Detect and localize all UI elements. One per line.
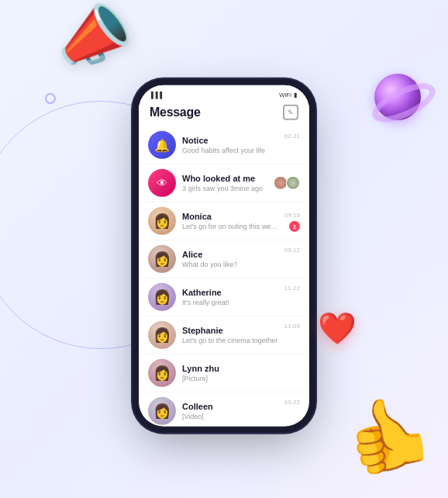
compose-icon: ✎ bbox=[288, 109, 294, 116]
avatar: 👩 bbox=[148, 397, 176, 425]
contact-name: Colleen bbox=[182, 402, 278, 411]
message-content: Lynn zhu [Picture] bbox=[182, 364, 300, 382]
contact-name: Lynn zhu bbox=[182, 364, 300, 373]
message-time: 02-21 bbox=[284, 133, 300, 140]
message-content: Who looked at me 3 girls saw you 3mine a… bbox=[182, 174, 267, 192]
status-bar: ▌▌▌ WiFi ▮ bbox=[139, 85, 309, 102]
megaphone-decoration: 📣 bbox=[47, 0, 140, 81]
message-preview: What do you like? bbox=[182, 261, 278, 268]
message-preview: [Video] bbox=[182, 413, 278, 420]
avatar: 👩 bbox=[148, 321, 176, 349]
contact-name: Monica bbox=[182, 212, 278, 221]
status-icons: WiFi ▮ bbox=[279, 92, 297, 99]
message-content: Monica Let's go for on outing this weeke… bbox=[182, 212, 278, 230]
battery-icon: ▮ bbox=[294, 92, 297, 99]
message-time: 11-22 bbox=[284, 285, 300, 292]
list-item[interactable]: 👩 Lynn zhu [Picture] bbox=[139, 354, 309, 393]
contact-name: Who looked at me bbox=[182, 174, 267, 183]
avatar: 🔔 bbox=[148, 131, 176, 159]
planet-decoration bbox=[363, 62, 432, 132]
message-preview: Let's go for on outing this weekend- bbox=[182, 223, 278, 230]
avatar: 👩 bbox=[148, 359, 176, 387]
hand-decoration: 👍 bbox=[339, 386, 439, 482]
viewer-avatar bbox=[286, 176, 300, 190]
message-preview: Good habits affect your life bbox=[182, 147, 278, 154]
compose-button[interactable]: ✎ bbox=[283, 105, 298, 120]
avatar: 👩 bbox=[148, 245, 176, 273]
wifi-icon: WiFi bbox=[279, 92, 291, 99]
unread-badge: 2 bbox=[289, 221, 300, 232]
message-content: Notice Good habits affect your life bbox=[182, 136, 278, 154]
list-item[interactable]: 👩 Colleen [Video] 10-23 bbox=[139, 393, 309, 427]
list-item[interactable]: 👩 Stephanie Let's go to the cinema toget… bbox=[139, 316, 309, 354]
avatar-image: 👩 bbox=[153, 290, 171, 304]
message-content: Alice What do you like? bbox=[182, 250, 278, 268]
list-item[interactable]: 👩 Katherine It's really great! 11-22 bbox=[139, 278, 309, 316]
avatar: 👩 bbox=[148, 283, 176, 311]
message-time: 11-09 bbox=[284, 323, 300, 330]
avatar-image: 👩 bbox=[153, 252, 171, 266]
list-item[interactable]: 👁 Who looked at me 3 girls saw you 3mine… bbox=[139, 164, 309, 202]
contact-name: Katherine bbox=[182, 288, 278, 297]
message-time: 09:12 bbox=[284, 247, 300, 254]
app-title: Message bbox=[150, 105, 201, 119]
app-header: Message ✎ bbox=[139, 102, 309, 126]
message-content: Katherine It's really great! bbox=[182, 288, 278, 306]
avatar-image: 👩 bbox=[153, 214, 171, 228]
contact-name: Stephanie bbox=[182, 326, 278, 335]
avatar: 👁 bbox=[148, 169, 176, 197]
contact-name: Alice bbox=[182, 250, 278, 259]
avatar-image: 👩 bbox=[153, 328, 171, 342]
message-preview: 3 girls saw you 3mine ago bbox=[182, 185, 267, 192]
heart-decoration: ❤️ bbox=[318, 310, 357, 347]
list-item[interactable]: 🔔 Notice Good habits affect your life 02… bbox=[139, 126, 309, 164]
message-content: Colleen [Video] bbox=[182, 402, 278, 420]
message-preview: It's really great! bbox=[182, 299, 278, 306]
contact-name: Notice bbox=[182, 136, 278, 145]
message-content: Stephanie Let's go to the cinema togethe… bbox=[182, 326, 278, 344]
avatar-image: 👩 bbox=[153, 404, 171, 418]
planet-sphere bbox=[374, 74, 421, 120]
list-item[interactable]: 👩 Alice What do you like? 09:12 bbox=[139, 240, 309, 278]
phone-frame: ▌▌▌ WiFi ▮ Message ✎ 🔔 Notice Good habit… bbox=[139, 85, 309, 427]
signal-icon: ▌▌▌ bbox=[151, 92, 164, 99]
list-item[interactable]: 👩 Monica Let's go for on outing this wee… bbox=[139, 202, 309, 240]
message-time: 09:19 bbox=[284, 212, 300, 219]
avatar-image: 👩 bbox=[153, 366, 171, 380]
orbit-dot bbox=[45, 93, 56, 104]
message-preview: [Picture] bbox=[182, 375, 300, 382]
message-list: 🔔 Notice Good habits affect your life 02… bbox=[139, 126, 309, 427]
message-time: 10-23 bbox=[284, 399, 300, 406]
avatar: 👩 bbox=[148, 207, 176, 235]
notice-icon: 🔔 bbox=[154, 137, 170, 152]
eye-icon: 👁 bbox=[157, 177, 167, 189]
message-preview: Let's go to the cinema together bbox=[182, 337, 278, 344]
